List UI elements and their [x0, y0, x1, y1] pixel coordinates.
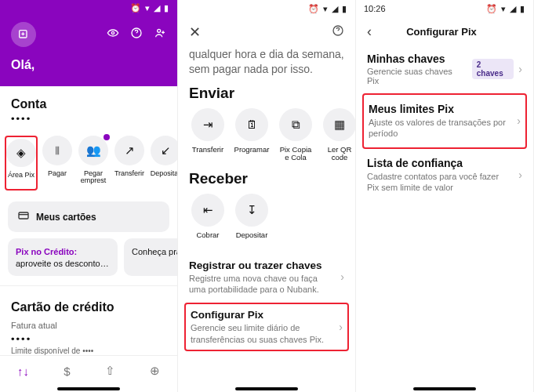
promo-subtitle: aproveite os desconto… — [16, 258, 110, 269]
action-icon: 🗓 — [235, 108, 268, 141]
action-icon: ↗ — [114, 136, 144, 165]
action-depositar[interactable]: ↙Depositar — [149, 136, 177, 191]
action-transferir[interactable]: ↗Transferir — [113, 136, 146, 191]
back-icon[interactable]: ‹ — [367, 24, 372, 40]
account-balance-masked: •••• — [0, 113, 177, 132]
promo-row: Pix no Crédito: aproveite os desconto… C… — [0, 238, 177, 282]
list-item-title: Configurar Pix — [191, 309, 332, 321]
close-icon[interactable]: ✕ — [189, 24, 201, 41]
promo-subtitle: Conheça prática e… — [132, 246, 177, 257]
nav-share-icon[interactable]: ⇧ — [105, 364, 115, 378]
action-icon: ⇤ — [191, 194, 224, 227]
credit-card-subtitle: Fatura atual — [0, 321, 177, 330]
new-dot-icon — [104, 134, 110, 140]
action-cobrar[interactable]: ⇤Cobrar — [189, 194, 227, 247]
action-icon: 👥 — [78, 136, 108, 165]
credit-card-title[interactable]: Cartão de crédito — [0, 289, 177, 316]
list-item[interactable]: Meus limites PixAjuste os valores de tra… — [362, 93, 527, 149]
action-label: Área Pix — [8, 172, 35, 187]
android-nav-bar — [0, 386, 177, 392]
action-icon: ⧉ — [279, 108, 312, 141]
help-icon[interactable] — [130, 27, 143, 42]
status-icons: ⏰ ▾ ◢ ▮ — [486, 4, 525, 14]
list-item[interactable]: Registrar ou trazer chavesRegistre uma n… — [189, 252, 344, 303]
invite-icon[interactable] — [154, 27, 166, 42]
intro-text: qualquer hora e dia da semana, sem pagar… — [189, 47, 344, 77]
receber-title: Receber — [189, 170, 344, 187]
account-title[interactable]: Conta — [0, 86, 177, 113]
promo-card[interactable]: Conheça prática e… — [124, 238, 177, 276]
topbar: ✕ — [178, 17, 355, 47]
nav-more-icon[interactable]: ⊕ — [150, 364, 160, 378]
svg-point-3 — [158, 29, 161, 32]
my-keys-subtitle: Gerencie suas chaves Pix — [367, 67, 466, 85]
action-label: Ler QR code — [321, 146, 356, 162]
android-nav-bar — [178, 386, 355, 392]
my-cards-label: Meus cartões — [36, 212, 96, 223]
home-header: Olá, — [0, 17, 177, 86]
status-icons: ⏰ ▾ ◢ ▮ — [130, 3, 169, 13]
card-icon — [17, 209, 30, 224]
credit-card-value: •••• — [0, 330, 177, 345]
list-item-title: Meus limites Pix — [369, 103, 510, 115]
enviar-title: Enviar — [189, 85, 344, 102]
chevron-right-icon: › — [339, 321, 343, 333]
status-bar: 10:26 ⏰ ▾ ◢ ▮ — [356, 0, 533, 17]
list-item-subtitle: Registre uma nova chave ou faça uma port… — [189, 273, 334, 296]
enviar-actions: ⇥Transferir🗓Programar⧉Pix Copia e Cola▦L… — [189, 108, 344, 162]
my-cards-button[interactable]: Meus cartões — [8, 201, 169, 232]
action-icon: ▦ — [323, 108, 356, 141]
action-icon: ◈ — [6, 139, 36, 168]
keys-count-badge: 2 chaves — [472, 59, 514, 79]
list-item-subtitle: Cadastre contatos para você fazer Pix se… — [367, 171, 512, 194]
action-pix-copia-e-cola[interactable]: ⧉Pix Copia e Cola — [277, 108, 314, 162]
list-item-subtitle: Gerencie seu limite diário de transferên… — [191, 322, 332, 345]
divider — [0, 285, 177, 286]
android-nav-bar — [356, 386, 533, 392]
action-transferir[interactable]: ⇥Transferir — [189, 108, 227, 162]
action-label: Cobrar — [196, 231, 219, 247]
screen-configurar-pix: 10:26 ⏰ ▾ ◢ ▮ ‹ Configurar Pix Minhas ch… — [356, 0, 534, 392]
action-pegar-emprest[interactable]: 👥Pegar emprest — [77, 136, 110, 191]
settings-list: Registrar ou trazer chavesRegistre uma n… — [189, 252, 344, 351]
action-icon: ⦀ — [42, 136, 72, 165]
action-label: Depositar — [236, 231, 268, 247]
action-pagar[interactable]: ⦀Pagar — [41, 136, 74, 191]
list-item[interactable]: Lista de confiançaCadastre contatos para… — [362, 149, 527, 201]
list-item-subtitle: Ajuste os valores de transações por perí… — [369, 117, 510, 140]
action-label: Depositar — [151, 170, 177, 186]
my-keys-section[interactable]: Minhas chaves Gerencie suas chaves Pix 2… — [356, 46, 533, 89]
chevron-right-icon: › — [518, 169, 522, 181]
action-label: Pix Copia e Cola — [277, 146, 314, 162]
my-keys-title: Minhas chaves — [367, 53, 466, 65]
help-icon[interactable] — [332, 24, 344, 41]
profile-add-icon[interactable] — [11, 22, 36, 47]
action-label: Pegar emprest — [77, 170, 110, 186]
action-ler-qr-code[interactable]: ▦Ler QR code — [321, 108, 356, 162]
promo-card[interactable]: Pix no Crédito: aproveite os desconto… — [8, 238, 118, 276]
action-programar[interactable]: 🗓Programar — [233, 108, 271, 162]
list-item-title: Lista de confiança — [367, 157, 512, 169]
credit-card-limit: Limite disponível de •••• — [0, 345, 177, 355]
nav-transfers-icon[interactable]: ↑↓ — [17, 365, 29, 378]
action-label: Programar — [234, 146, 270, 162]
action-label: Transferir — [192, 146, 223, 162]
svg-point-1 — [111, 31, 114, 34]
nav-money-icon[interactable]: $ — [64, 365, 70, 378]
bottom-nav: ↑↓ $ ⇧ ⊕ — [0, 355, 177, 386]
action-depositar[interactable]: ↧Depositar — [233, 194, 271, 247]
list-item-title: Registrar ou trazer chaves — [189, 260, 334, 271]
eye-icon[interactable] — [107, 27, 119, 42]
action--rea-pix[interactable]: ◈Área Pix — [5, 136, 38, 191]
chevron-right-icon: › — [340, 270, 344, 283]
action-icon: ↧ — [235, 194, 268, 227]
list-item[interactable]: Configurar PixGerencie seu limite diário… — [184, 303, 349, 351]
page-title: Configurar Pix — [406, 26, 477, 38]
action-label: Pagar — [48, 170, 67, 186]
quick-actions-row: ◈Área Pix⦀Pagar👥Pegar emprest↗Transferir… — [0, 132, 177, 191]
status-icons: ⏰ ▾ ◢ ▮ — [308, 4, 347, 14]
chevron-right-icon: › — [517, 114, 521, 127]
chevron-right-icon: › — [518, 63, 522, 75]
greeting-text: Olá, — [11, 58, 166, 72]
screen-pix-area: ⏰ ▾ ◢ ▮ ✕ qualquer hora e dia da semana,… — [178, 0, 356, 392]
